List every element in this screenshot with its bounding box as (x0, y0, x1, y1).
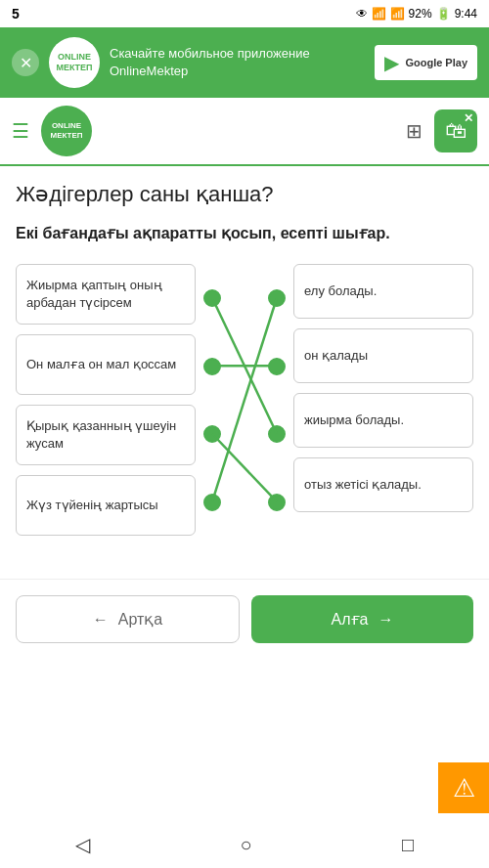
back-button[interactable]: ← Артқа (16, 595, 240, 643)
nav-bar: ☰ ONLINE МЕКТЕП ⊞ 🛍 ✕ (0, 98, 489, 166)
warning-icon: ⚠ (453, 773, 475, 803)
matching-exercise: Жиырма қаптың оның арбадан түсірсем Он м… (16, 264, 473, 536)
back-label: Артқа (118, 610, 162, 629)
battery-icon: 🔋 (436, 7, 451, 21)
nav-logo-line1: ONLINE (50, 121, 82, 131)
hamburger-icon[interactable]: ☰ (12, 119, 29, 143)
banner-text: Скачайте мобильное приложение OnlineMekt… (110, 45, 365, 80)
forward-label: Алға (332, 610, 369, 629)
google-play-label: Google Play (405, 57, 467, 68)
list-item[interactable]: Қырық қазанның үшеуін жусам (16, 405, 196, 465)
banner-logo: ONLINE МЕКТЕП (49, 37, 100, 88)
grid-icon[interactable]: ⊞ (406, 119, 422, 143)
android-nav-bar: ◁ ○ □ (0, 821, 489, 868)
right-column: елу болады. он қалады жиырма болады. оты… (293, 264, 473, 536)
status-bar: 5 👁 📶 📶 92% 🔋 9:44 (0, 0, 489, 27)
main-content: Жәдігерлер саны қанша? Екі бағандағы ақп… (0, 166, 489, 571)
play-arrow-icon: ▶ (384, 51, 399, 74)
time: 9:44 (455, 7, 477, 21)
list-item[interactable]: елу болады. (293, 264, 473, 319)
page-title: Жәдігерлер саны қанша? (16, 182, 473, 207)
wifi-icon: 📶 (372, 7, 386, 21)
eye-icon: 👁 (356, 7, 368, 21)
signal-icon: 📶 (390, 7, 405, 21)
bottom-buttons: ← Артқа Алға → (0, 579, 489, 659)
home-nav-button[interactable]: ○ (240, 834, 251, 856)
list-item[interactable]: Он малға он мал қоссам (16, 334, 196, 395)
status-icons: 👁 📶 📶 92% 🔋 9:44 (356, 7, 477, 21)
forward-arrow-icon: → (378, 611, 393, 629)
logo-line1: ONLINE (56, 52, 92, 63)
list-item[interactable]: жиырма болады. (293, 393, 473, 448)
battery-text: 92% (409, 7, 432, 21)
cart-close-icon: ✕ (464, 111, 473, 125)
nav-logo[interactable]: ONLINE МЕКТЕП (41, 106, 92, 156)
list-item[interactable]: Жиырма қаптың оның арбадан түсірсем (16, 264, 196, 325)
back-nav-button[interactable]: ◁ (75, 833, 90, 856)
google-play-button[interactable]: ▶ Google Play (375, 45, 477, 80)
question-text: Екі бағандағы ақпаратты қосып, есепті шы… (16, 223, 473, 244)
list-item[interactable]: он қалады (293, 328, 473, 383)
list-item[interactable]: Жүз түйенің жартысы (16, 475, 196, 536)
cart-button[interactable]: 🛍 ✕ (434, 109, 477, 152)
left-column: Жиырма қаптың оның арбадан түсірсем Он м… (16, 264, 196, 536)
forward-button[interactable]: Алға → (251, 595, 473, 643)
status-number: 5 (12, 6, 20, 22)
warning-fab[interactable]: ⚠ (438, 762, 489, 813)
app-banner: ✕ ONLINE МЕКТЕП Скачайте мобильное прило… (0, 27, 489, 98)
back-arrow-icon: ← (93, 611, 109, 629)
recents-nav-button[interactable]: □ (402, 834, 414, 856)
nav-logo-line2: МЕКТЕП (50, 131, 82, 141)
close-icon: ✕ (20, 54, 32, 72)
banner-close-button[interactable]: ✕ (12, 49, 39, 76)
list-item[interactable]: отыз жетісі қалады. (293, 457, 473, 512)
connector-area (196, 264, 293, 536)
logo-line2: МЕКТЕП (56, 63, 92, 73)
